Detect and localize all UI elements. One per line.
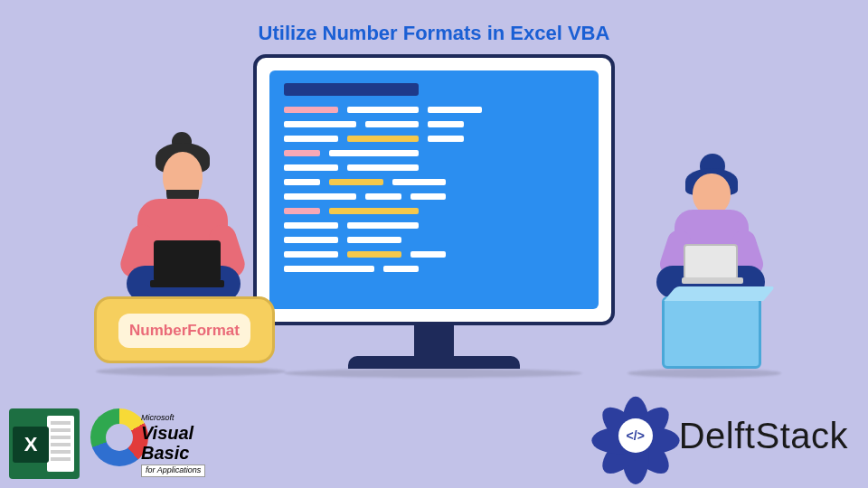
monitor-screen [269,70,599,309]
monitor-stand-base [348,356,520,369]
laptop-icon [684,244,738,280]
visual-basic-logo-icon: Microsoft Visual Basic for Applications [90,408,235,479]
delftstack-brand: </> DelftStack [601,401,848,470]
shadow [284,369,582,378]
brand-name: DelftStack [679,416,848,456]
right-person-illustration [627,161,781,387]
vb-line-applications: for Applications [141,465,205,477]
window-titlebar-icon [284,83,419,96]
monitor-bezel [253,54,615,325]
numberformat-label: NumberFormat [118,314,250,348]
left-person-illustration: NumberFormat [99,152,280,387]
page-title: Utilize Number Formats in Excel VBA [0,22,868,45]
shadow [627,369,781,378]
laptop-icon [154,240,221,282]
code-glyph-icon: </> [618,418,653,453]
monitor-illustration [253,54,615,369]
excel-logo-icon: X [9,408,80,479]
delftstack-logo-icon: </> [601,401,670,470]
excel-letter: X [13,427,49,463]
logo-row: X Microsoft Visual Basic for Application… [9,408,235,479]
shadow [96,367,286,376]
vb-line-visualbasic: Visual Basic [141,423,235,463]
cube-seat [662,296,761,369]
monitor-stand-neck [414,325,454,356]
label-box: NumberFormat [94,296,275,363]
vb-line-microsoft: Microsoft [141,414,235,423]
